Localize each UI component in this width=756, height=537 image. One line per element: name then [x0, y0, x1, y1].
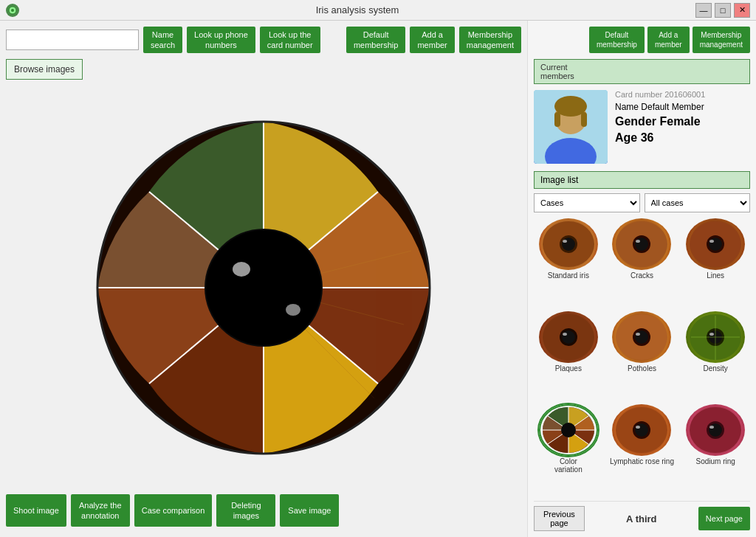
svg-point-68 [709, 423, 722, 437]
svg-point-16 [206, 230, 321, 345]
page-indicator: A third [626, 513, 656, 524]
list-item[interactable]: Lymphatic rose ring [608, 404, 677, 501]
member-info-section: Card number 201606001 Name Default Membe… [534, 90, 750, 164]
list-item-label: Density [703, 364, 727, 373]
list-item[interactable]: Lines [681, 218, 750, 307]
current-members-badge: Current members [534, 59, 750, 84]
list-item-label: Potholes [628, 364, 656, 373]
svg-point-51 [709, 333, 714, 336]
svg-point-36 [709, 238, 722, 251]
member-gender: Gender Female [615, 115, 750, 128]
titlebar: Iris analysis system — □ ✕ [0, 0, 756, 21]
list-item-label: Lymphatic rose ring [610, 457, 674, 465]
membership-mgmt-right-button[interactable]: Membership management [693, 27, 750, 53]
svg-rect-25 [581, 112, 587, 127]
list-item[interactable]: Plaques [534, 311, 603, 400]
cases-filter-select[interactable]: Cases [534, 193, 640, 212]
member-age: Age 36 [615, 131, 750, 145]
iris-image [94, 118, 433, 457]
next-page-button[interactable]: Next page [698, 507, 750, 530]
right-panel: Default membership Add a member Membersh… [527, 21, 756, 537]
member-name: Name Default Member [615, 102, 750, 112]
svg-rect-24 [554, 112, 560, 127]
svg-point-32 [635, 238, 648, 251]
list-item[interactable]: Density [681, 311, 750, 400]
svg-point-1 [11, 9, 14, 12]
top-toolbar: Name search Look up phone numbers Look u… [6, 27, 521, 53]
eye-thumbnail-standard [539, 218, 598, 270]
image-list-label: Image list [534, 171, 750, 189]
shoot-image-button[interactable]: Shoot image [6, 494, 66, 527]
restore-button[interactable]: □ [715, 3, 731, 18]
add-member-button[interactable]: Add a member [410, 27, 454, 53]
eye-thumbnail-plaques [539, 311, 598, 363]
iris-container [6, 86, 521, 490]
eye-thumbnail-cracks [612, 218, 671, 270]
right-toolbar: Default membership Add a member Membersh… [534, 27, 750, 53]
search-input[interactable] [6, 30, 139, 50]
eye-thumbnail-potholes [612, 311, 671, 363]
svg-point-45 [636, 333, 640, 336]
svg-point-61 [561, 423, 576, 437]
main-content: Name search Look up phone numbers Look u… [0, 21, 756, 537]
svg-point-44 [635, 330, 648, 344]
list-item-label: Standard iris [548, 271, 589, 280]
svg-point-17 [233, 262, 250, 277]
svg-point-33 [636, 240, 640, 243]
list-item-label: Lines [707, 271, 724, 280]
deleting-images-button[interactable]: Deleting images [216, 494, 275, 527]
minimize-button[interactable]: — [695, 3, 712, 18]
svg-point-37 [709, 240, 714, 243]
svg-point-69 [709, 426, 714, 429]
svg-point-29 [563, 240, 567, 243]
all-cases-filter-select[interactable]: All cases Cracks Lines Plaques Potholes … [645, 193, 751, 212]
member-avatar [534, 90, 608, 164]
svg-point-40 [562, 330, 575, 344]
case-comparison-button[interactable]: Case comparison [134, 494, 213, 527]
list-item-label: Colorvariation [554, 457, 583, 474]
titlebar-left [6, 4, 19, 17]
bottom-toolbar: Shoot image Analyze the annotation Case … [6, 490, 521, 531]
svg-point-41 [563, 333, 567, 336]
list-item-label: Cracks [630, 271, 653, 280]
lookup-phone-button[interactable]: Look up phone numbers [187, 27, 255, 53]
eye-thumbnail-color [539, 404, 598, 456]
eye-thumbnail-lines [686, 218, 745, 270]
left-panel: Name search Look up phone numbers Look u… [0, 21, 527, 537]
add-member-right-button[interactable]: Add a member [647, 27, 690, 53]
analyze-annotation-button[interactable]: Analyze the annotation [71, 494, 130, 527]
image-grid: Standard iris Cracks Lines Plaques [534, 218, 750, 501]
previous-page-button[interactable]: Previous page [534, 506, 585, 531]
membership-management-button[interactable]: Membership management [459, 27, 521, 53]
window-controls: — □ ✕ [695, 3, 750, 18]
default-membership-button[interactable]: Default membership [346, 27, 406, 53]
lookup-card-button[interactable]: Look up the card number [260, 27, 320, 53]
svg-point-65 [636, 426, 640, 429]
member-details: Card number 201606001 Name Default Membe… [615, 90, 750, 164]
eye-thumbnail-sodium [686, 404, 745, 456]
bottom-navigation: Previous page A third Next page [534, 501, 750, 531]
list-item-label: Plaques [555, 364, 582, 373]
app-icon [6, 4, 19, 17]
save-image-button[interactable]: Save image [280, 494, 339, 527]
eye-thumbnail-lymphatic [612, 404, 671, 456]
filter-row: Cases All cases Cracks Lines Plaques Pot… [534, 193, 750, 212]
svg-point-18 [286, 304, 300, 316]
card-number: Card number 201606001 [615, 90, 750, 99]
name-search-button[interactable]: Name search [143, 27, 182, 53]
svg-point-28 [562, 238, 575, 251]
list-item-label: Sodium ring [695, 457, 735, 465]
default-membership-right-button[interactable]: Default membership [589, 27, 645, 53]
list-item[interactable]: Sodium ring [681, 404, 750, 501]
list-item[interactable]: Cracks [608, 218, 677, 307]
list-item[interactable]: Potholes [608, 311, 677, 400]
list-item[interactable]: Standard iris [534, 218, 603, 307]
eye-thumbnail-density [686, 311, 745, 363]
list-item[interactable]: Colorvariation [534, 404, 603, 501]
svg-point-64 [635, 423, 648, 437]
browse-images-button[interactable]: Browse images [6, 59, 83, 80]
close-button[interactable]: ✕ [734, 3, 750, 18]
window-title: Iris analysis system [19, 4, 695, 15]
